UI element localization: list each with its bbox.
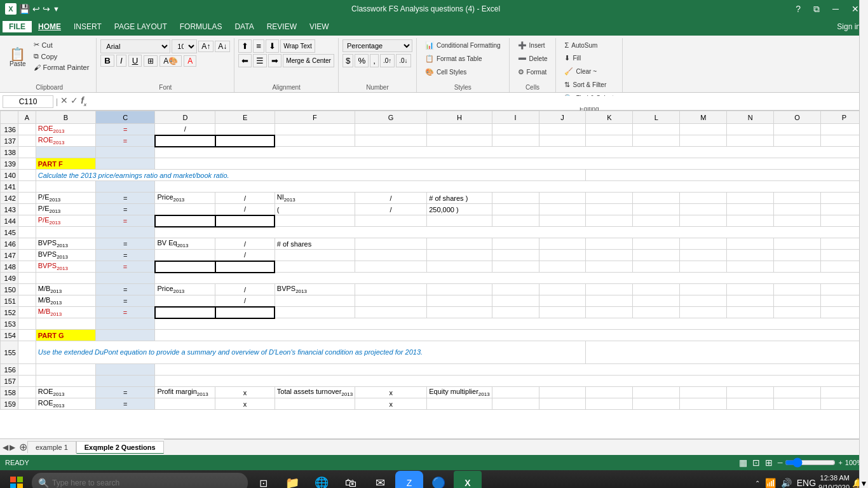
- cell-b156[interactable]: [36, 364, 95, 376]
- cell-h142[interactable]: # of shares ): [427, 193, 492, 204]
- cell-rest154[interactable]: [155, 330, 868, 341]
- cell-a156[interactable]: [18, 364, 36, 376]
- cell-j136[interactable]: [539, 124, 586, 135]
- cell-j151[interactable]: [539, 295, 586, 307]
- cell-o152[interactable]: [774, 307, 821, 318]
- col-header-k[interactable]: K: [586, 111, 633, 124]
- cell-d147[interactable]: [155, 250, 215, 261]
- cell-e147[interactable]: /: [215, 250, 275, 261]
- cell-h147[interactable]: [427, 250, 492, 261]
- cell-c157[interactable]: [95, 376, 155, 387]
- cut-button[interactable]: ✂ Cut: [31, 39, 93, 50]
- cell-j148[interactable]: [539, 261, 586, 273]
- formula-input[interactable]: [89, 96, 865, 107]
- cell-f142[interactable]: NI2013: [275, 193, 355, 204]
- cell-m142[interactable]: [680, 193, 727, 204]
- insert-function-icon[interactable]: fx: [81, 95, 86, 107]
- cell-o151[interactable]: [774, 295, 821, 307]
- cell-n148[interactable]: [727, 261, 774, 273]
- cell-e146[interactable]: /: [215, 238, 275, 250]
- cell-e143[interactable]: /: [215, 204, 275, 215]
- cell-c156[interactable]: [95, 364, 155, 376]
- volume-icon[interactable]: 🔊: [781, 478, 792, 488]
- align-right-btn[interactable]: ➡: [268, 54, 281, 67]
- cell-n158[interactable]: [727, 387, 774, 398]
- cell-i148[interactable]: [492, 261, 539, 273]
- cell-n150[interactable]: [727, 284, 774, 295]
- wrap-text-btn[interactable]: Wrap Text: [280, 39, 315, 53]
- cell-i159[interactable]: [492, 398, 539, 410]
- cell-m147[interactable]: [680, 250, 727, 261]
- cell-g136[interactable]: [355, 124, 427, 135]
- cell-c141[interactable]: [95, 181, 155, 193]
- cell-j152[interactable]: [539, 307, 586, 318]
- cell-c147[interactable]: =: [95, 250, 155, 261]
- cell-f144[interactable]: [275, 215, 355, 227]
- cell-i142[interactable]: [492, 193, 539, 204]
- cell-rest157[interactable]: [155, 376, 868, 387]
- number-format-select[interactable]: Percentage General Number Currency: [342, 39, 412, 52]
- sort-filter-btn[interactable]: ⇅Sort & Filter: [560, 79, 611, 91]
- cell-g147[interactable]: [355, 250, 427, 261]
- cell-i136[interactable]: [492, 124, 539, 135]
- cell-h137[interactable]: [427, 135, 492, 147]
- cell-c146[interactable]: =: [95, 238, 155, 250]
- cell-o143[interactable]: [774, 204, 821, 215]
- cell-k152[interactable]: [586, 307, 633, 318]
- cell-e137[interactable]: [215, 135, 275, 147]
- menu-insert[interactable]: INSERT: [67, 18, 108, 36]
- cell-g143[interactable]: /: [355, 204, 427, 215]
- restore-icon[interactable]: ⧉: [810, 4, 824, 15]
- quick-access-save[interactable]: 💾: [19, 4, 30, 14]
- format-painter-button[interactable]: 🖌 Format Painter: [31, 62, 93, 72]
- cell-l144[interactable]: [633, 215, 680, 227]
- cell-k159[interactable]: [586, 398, 633, 410]
- cell-a157[interactable]: [18, 376, 36, 387]
- cell-g158[interactable]: x: [355, 387, 427, 398]
- cell-g142[interactable]: /: [355, 193, 427, 204]
- cell-a136[interactable]: [18, 124, 36, 135]
- cell-f136[interactable]: [275, 124, 355, 135]
- cell-c142[interactable]: =: [95, 193, 155, 204]
- conditional-formatting-btn[interactable]: 📊 Conditional Formatting: [421, 39, 505, 51]
- menu-page-layout[interactable]: PAGE LAYOUT: [108, 18, 173, 36]
- cell-l151[interactable]: [633, 295, 680, 307]
- currency-btn[interactable]: $: [342, 54, 353, 67]
- cell-l150[interactable]: [633, 284, 680, 295]
- cell-b147[interactable]: BVPS2013: [36, 250, 95, 261]
- bold-button[interactable]: B: [100, 55, 114, 67]
- cell-b141[interactable]: [36, 181, 95, 193]
- fill-color-btn[interactable]: A🎨: [159, 55, 182, 67]
- cell-g146[interactable]: [355, 238, 427, 250]
- col-header-g[interactable]: G: [355, 111, 427, 124]
- cell-c154[interactable]: [95, 330, 155, 341]
- cell-k144[interactable]: [586, 215, 633, 227]
- cell-e144[interactable]: [215, 215, 275, 227]
- cell-o137[interactable]: [774, 135, 821, 147]
- cell-l159[interactable]: [633, 398, 680, 410]
- cell-k143[interactable]: [586, 204, 633, 215]
- insert-cells-btn[interactable]: ➕Insert: [513, 39, 550, 51]
- col-header-b[interactable]: B: [36, 111, 95, 124]
- cell-b153[interactable]: [36, 318, 95, 330]
- underline-button[interactable]: U: [128, 55, 142, 67]
- minimize-icon[interactable]: ─: [829, 4, 843, 15]
- start-button[interactable]: [3, 471, 31, 488]
- taskbar-search[interactable]: [32, 473, 248, 488]
- quick-access-undo[interactable]: ↩: [32, 4, 40, 14]
- cell-h136[interactable]: [427, 124, 492, 135]
- cell-c137[interactable]: =: [95, 135, 155, 147]
- cell-c145[interactable]: [95, 227, 155, 238]
- cell-d159[interactable]: [155, 398, 215, 410]
- cell-e158[interactable]: x: [215, 387, 275, 398]
- vertical-scrollbar[interactable]: ▼: [859, 111, 868, 438]
- cell-h158[interactable]: Equity multiplier2013: [427, 387, 492, 398]
- cell-rest139[interactable]: [155, 158, 868, 170]
- confirm-formula-icon[interactable]: ✓: [71, 95, 78, 107]
- language-label[interactable]: ENG: [797, 478, 816, 488]
- cell-l137[interactable]: [633, 135, 680, 147]
- tray-expand-icon[interactable]: ⌃: [755, 480, 760, 487]
- cell-o159[interactable]: [774, 398, 821, 410]
- cell-a155[interactable]: [18, 341, 36, 364]
- cell-h152[interactable]: [427, 307, 492, 318]
